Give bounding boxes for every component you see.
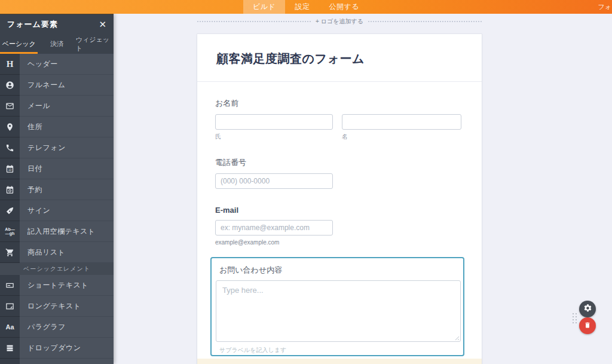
email-field-label: E-mail: [215, 206, 464, 215]
email-input[interactable]: [215, 220, 333, 235]
topbar-tabs: ビルド設定公開する: [243, 0, 369, 14]
sidebar-item-label: 日付: [20, 158, 114, 179]
top-navigation-bar: ビルド設定公開する フォ: [0, 0, 612, 14]
paragraph-icon: Aa: [0, 317, 20, 338]
topbar-tab-publish[interactable]: 公開する: [319, 0, 369, 14]
close-icon[interactable]: ✕: [99, 20, 106, 29]
sidebar-item-fullname[interactable]: フルネーム: [0, 75, 114, 96]
sidebar-item-label: 記入用空欄テキスト: [20, 221, 114, 242]
date-icon: 10: [0, 158, 20, 179]
last-name-input[interactable]: [215, 114, 333, 130]
sidebar-item-signature[interactable]: サイン: [0, 200, 114, 221]
sidebar-element-list: Hヘッダーフルネームメール住所テレフォン10日付予約サインAb——gh記入用空欄…: [0, 54, 114, 364]
address-icon: [0, 117, 20, 137]
form-body: お名前 氏 名 電話番号 E-mail: [197, 98, 482, 356]
sidebar-section-header: ベーシックエレメント: [0, 263, 114, 275]
form-title-block[interactable]: 顧客満足度調査のフォーム: [197, 34, 482, 82]
sidebar-item-date[interactable]: 10日付: [0, 158, 114, 179]
fill-blank-icon: Ab——gh: [0, 221, 20, 242]
short-text-icon: [0, 275, 20, 296]
sidebar-item-fill-blank[interactable]: Ab——gh記入用空欄テキスト: [0, 221, 114, 242]
field-settings-button[interactable]: [579, 301, 596, 317]
topbar-tab-settings[interactable]: 設定: [285, 0, 319, 14]
sidebar-item-label: ショートテキスト: [20, 275, 114, 296]
trash-icon: [584, 320, 591, 331]
last-name-sublabel: 氏: [215, 133, 333, 141]
first-name-input[interactable]: [342, 114, 461, 130]
sidebar-item-label: テレフォン: [20, 137, 114, 158]
sidebar-item-label: 予約: [20, 179, 114, 200]
first-name-sublabel: 名: [342, 133, 348, 141]
sidebar-item-email[interactable]: メール: [0, 96, 114, 117]
email-field-block[interactable]: E-mail example@example.com: [215, 206, 464, 246]
sidebar-item-header[interactable]: Hヘッダー: [0, 54, 114, 75]
form-title[interactable]: 顧客満足度調査のフォーム: [216, 51, 463, 67]
sidebar-item-label: パラグラフ: [20, 317, 114, 338]
add-logo-row: + ロゴを追加する: [197, 17, 482, 26]
message-sublabel: サブラベルを記入します: [219, 346, 463, 354]
sidebar-header: フォーム要素 ✕: [0, 14, 114, 34]
fullname-icon: [0, 75, 20, 96]
svg-text:10: 10: [8, 168, 12, 172]
email-sublabel: example@example.com: [215, 239, 464, 246]
sidebar-item-dropdown[interactable]: ドロップダウン: [0, 338, 114, 359]
form-builder-app: ビルド設定公開する フォ フォーム要素 ✕ ベーシック決済ウィジェット Hヘッダ…: [0, 0, 612, 364]
sidebar-item-booking[interactable]: 予約: [0, 179, 114, 200]
name-field-block[interactable]: お名前 氏 名: [215, 98, 464, 141]
topbar-right-partial-text[interactable]: フォ: [598, 2, 611, 11]
phone-input[interactable]: [215, 173, 333, 189]
form-elements-sidebar: フォーム要素 ✕ ベーシック決済ウィジェット Hヘッダーフルネームメール住所テレ…: [0, 14, 114, 364]
message-textarea[interactable]: [216, 280, 461, 342]
phone-field-label: 電話番号: [215, 157, 464, 168]
sidebar-item-product-list[interactable]: 商品リスト: [0, 242, 114, 263]
drag-handle-icon[interactable]: [573, 313, 578, 326]
sidebar-item-long-text[interactable]: ロングテキスト: [0, 296, 114, 317]
gear-icon: [583, 304, 592, 315]
sidebar-title: フォーム要素: [7, 19, 58, 30]
email-icon: [0, 96, 20, 117]
name-field-label: お名前: [215, 98, 464, 109]
sidebar-tab-widget[interactable]: ウィジェット: [76, 34, 114, 54]
sidebar-item-label: ロングテキスト: [20, 296, 114, 317]
field-delete-button[interactable]: [579, 317, 596, 334]
sidebar-item-label: ドロップダウン: [20, 338, 114, 359]
phone-field-block[interactable]: 電話番号: [215, 157, 464, 189]
sidebar-tabs: ベーシック決済ウィジェット: [0, 34, 114, 54]
sidebar-item-label: メール: [20, 96, 114, 117]
sidebar-item-label: ヘッダー: [20, 54, 114, 75]
sidebar-item-label: 商品リスト: [20, 242, 114, 263]
sidebar-item-label: フルネーム: [20, 75, 114, 96]
next-element-highlight[interactable]: [197, 359, 482, 364]
dashed-divider-right: [368, 21, 482, 22]
product-list-icon: [0, 242, 20, 263]
sidebar-item-label: 住所: [20, 117, 114, 137]
form-card: 顧客満足度調査のフォーム お名前 氏 名 電話番号: [197, 34, 482, 364]
sidebar-tab-payment[interactable]: 決済: [38, 34, 75, 54]
dropdown-icon: [0, 338, 20, 359]
sidebar-item-label: サイン: [20, 200, 114, 221]
message-field-block-selected[interactable]: お問い合わせ内容 サブラベルを記入します: [210, 257, 464, 356]
sidebar-item-paragraph[interactable]: Aaパラグラフ: [0, 317, 114, 338]
topbar-tab-build[interactable]: ビルド: [243, 0, 285, 14]
add-logo-button[interactable]: + ロゴを追加する: [316, 17, 363, 26]
message-field-label: お問い合わせ内容: [219, 265, 463, 276]
dashed-divider-left: [197, 21, 311, 22]
booking-icon: [0, 179, 20, 200]
header-icon: H: [0, 54, 20, 75]
sidebar-item-phone[interactable]: テレフォン: [0, 137, 114, 158]
sidebar-tab-basic[interactable]: ベーシック: [0, 34, 38, 54]
form-canvas: + ロゴを追加する 顧客満足度調査のフォーム お名前 氏 名: [114, 14, 612, 364]
signature-icon: [0, 200, 20, 221]
phone-icon: [0, 137, 20, 158]
long-text-icon: [0, 296, 20, 317]
sidebar-item-address[interactable]: 住所: [0, 117, 114, 137]
sidebar-item-short-text[interactable]: ショートテキスト: [0, 275, 114, 296]
